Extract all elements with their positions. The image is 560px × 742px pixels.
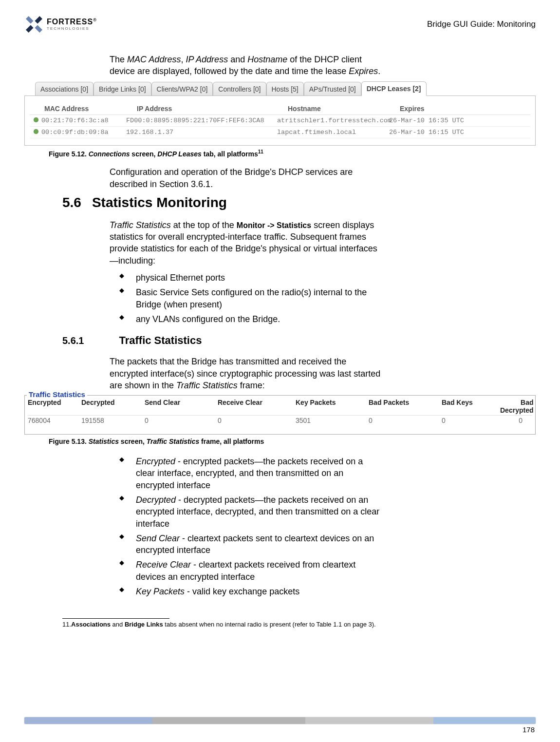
figure-5-12-caption: Figure 5.12. Connections screen, DHCP Le…: [49, 149, 536, 158]
val-bad-packets: 0: [369, 417, 442, 424]
logo-subtext: TECHNOLOGIES: [47, 26, 97, 31]
list-item: any VLANs configured on the Bridge.: [119, 312, 382, 326]
table-row: 00:21:70:f6:3c:a8 FD00:0:8895:8895:221:7…: [30, 115, 530, 127]
col-bad-decrypted: Bad Decrypted: [500, 399, 543, 414]
footer-bar: [24, 717, 536, 724]
val-key-packets: 3501: [296, 417, 369, 424]
section-number: 5.6: [62, 195, 81, 210]
list-item: Basic Service Sets configured on the rad…: [119, 285, 382, 312]
section-5-6-heading: 5.6 Statistics Monitoring: [62, 195, 536, 210]
val-receive-clear: 0: [218, 417, 296, 424]
cell-expires: 26-Mar-10 16:15 UTC: [389, 129, 486, 136]
fortress-logo-icon: [24, 15, 44, 34]
list-item: Decrypted - decrypted packets—the packet…: [119, 493, 382, 531]
val-decrypted: 191558: [81, 417, 145, 424]
col-ip: IP Address: [137, 105, 288, 113]
definitions-list: Encrypted - encrypted packets—the packet…: [119, 454, 382, 599]
section-5-6-1-heading: 5.6.1 Traffic Statistics: [62, 334, 536, 347]
logo-brand: FORTRESS®: [47, 18, 97, 26]
section-title: Statistics Monitoring: [92, 195, 227, 210]
cell-ip: 192.168.1.37: [126, 129, 277, 136]
col-send-clear: Send Clear: [145, 399, 218, 414]
tab-aps-trusted[interactable]: APs/Trusted [0]: [304, 82, 361, 96]
val-bad-keys: 0: [442, 417, 500, 424]
tab-bridge-links[interactable]: Bridge Links [0]: [93, 82, 151, 96]
col-mac: MAC Address: [44, 105, 137, 113]
val-encrypted: 768004: [28, 417, 81, 424]
page-number: 178: [523, 725, 535, 734]
cell-ip: FD00:0:8895:8895:221:70FF:FEF6:3CA8: [126, 117, 277, 124]
page-header: FORTRESS® TECHNOLOGIES Bridge GUI Guide:…: [24, 15, 536, 34]
col-decrypted: Decrypted: [81, 399, 145, 414]
traffic-stats-paragraph: The packets that the Bridge has transmit…: [110, 356, 382, 391]
subsection-title: Traffic Statistics: [119, 334, 202, 347]
list-item: Send Clear - cleartext packets sent to c…: [119, 531, 382, 558]
traffic-stats-row: 768004 191558 0 0 3501 0 0 0: [28, 416, 532, 425]
table-row: 00:c0:9f:db:09:8a 192.168.1.37 lapcat.ft…: [30, 127, 530, 138]
figure-5-13-caption: Figure 5.13. Statistics screen, Traffic …: [49, 438, 536, 445]
cell-mac: 00:21:70:f6:3c:a8: [34, 117, 126, 124]
traffic-stats-legend: Traffic Statistics: [27, 390, 87, 399]
interfaces-list: physical Ethernet ports Basic Service Se…: [119, 270, 382, 326]
traffic-stats-frame: Traffic Statistics Encrypted Decrypted S…: [24, 395, 536, 435]
dhcp-screenshot: Associations [0] Bridge Links [0] Client…: [24, 81, 536, 146]
config-paragraph: Configuration and operation of the Bridg…: [110, 166, 382, 190]
tab-clients-wpa2[interactable]: Clients/WPA2 [0]: [151, 82, 213, 96]
tab-dhcp-leases[interactable]: DHCP Leases [2]: [361, 81, 427, 96]
header-title: Bridge GUI Guide: Monitoring: [427, 19, 536, 29]
tab-controllers[interactable]: Controllers [0]: [213, 82, 266, 96]
list-item: Encrypted - encrypted packets—the packet…: [119, 454, 382, 493]
col-bad-keys: Bad Keys: [442, 399, 500, 414]
tab-associations[interactable]: Associations [0]: [35, 82, 93, 96]
col-encrypted: Encrypted: [28, 399, 81, 414]
tab-hosts[interactable]: Hosts [5]: [266, 82, 304, 96]
cell-mac: 00:c0:9f:db:09:8a: [34, 129, 126, 136]
cell-host: atritschler1.fortresstech.com: [277, 117, 389, 124]
status-dot-icon: [34, 129, 38, 134]
col-bad-packets: Bad Packets: [369, 399, 442, 414]
tab-bar: Associations [0] Bridge Links [0] Client…: [24, 81, 536, 96]
cell-host: lapcat.ftimesh.local: [277, 129, 389, 136]
col-receive-clear: Receive Clear: [218, 399, 296, 414]
footnote-rule: [62, 618, 169, 619]
col-host: Hostname: [288, 105, 400, 113]
val-bad-decrypted: 0: [500, 417, 532, 424]
col-expires: Expires: [400, 105, 497, 113]
status-dot-icon: [34, 117, 38, 122]
intro-paragraph: The MAC Address, IP Address and Hostname…: [110, 54, 382, 77]
val-send-clear: 0: [145, 417, 218, 424]
col-key-packets: Key Packets: [296, 399, 369, 414]
cell-expires: 26-Mar-10 16:35 UTC: [389, 117, 486, 124]
traffic-stats-header: Encrypted Decrypted Send Clear Receive C…: [28, 398, 532, 416]
list-item: Key Packets - valid key exchange packets: [119, 584, 382, 599]
list-item: Receive Clear - cleartext packets receiv…: [119, 557, 382, 584]
footnote-11: 11.Associations and Bridge Links tabs ab…: [62, 621, 536, 628]
list-item: physical Ethernet ports: [119, 270, 382, 285]
logo: FORTRESS® TECHNOLOGIES: [24, 15, 97, 34]
subsection-number: 5.6.1: [62, 335, 84, 346]
dhcp-table-header: MAC Address IP Address Hostname Expires: [30, 103, 530, 115]
stats-intro-paragraph: Traffic Statistics at the top of the Mon…: [110, 219, 382, 266]
